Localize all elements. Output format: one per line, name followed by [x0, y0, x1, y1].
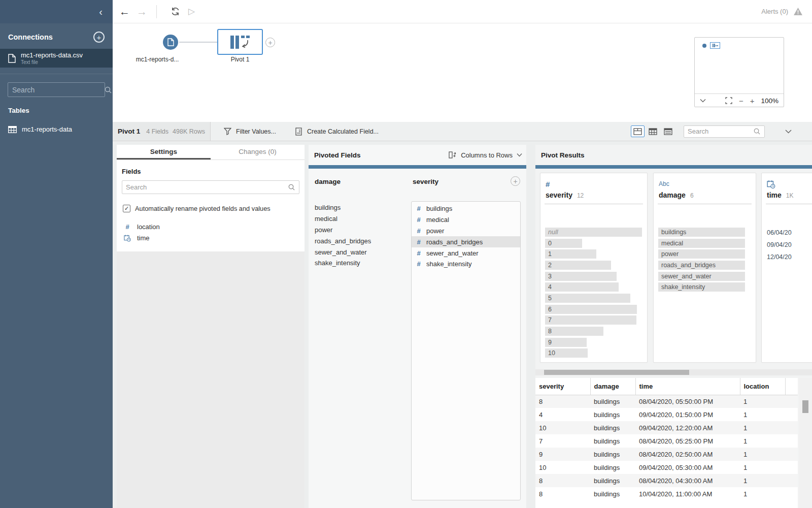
pivoted-severity-value[interactable]: #sewer_and_water: [412, 247, 520, 259]
column-header[interactable]: location: [740, 378, 785, 395]
redo-forward-icon[interactable]: →: [137, 6, 147, 17]
table-row[interactable]: 10buildings09/04/2020, 05:30:00 AM1: [535, 461, 798, 474]
table-row[interactable]: 7buildings08/04/2020, 05:25:00 PM1: [535, 434, 798, 448]
connection-item-selected[interactable]: mc1-reports-data.csv Text file: [0, 49, 113, 68]
pivoted-damage-value[interactable]: buildings: [315, 202, 406, 213]
pivoted-severity-value[interactable]: #medical: [412, 214, 520, 226]
distribution-row[interactable]: 6: [545, 304, 642, 315]
profile-view-button[interactable]: [631, 125, 645, 137]
results-search-box[interactable]: [684, 125, 765, 138]
card-value-count: 1K: [786, 192, 794, 199]
tab-settings[interactable]: Settings: [117, 145, 211, 160]
distribution-row[interactable]: medical: [658, 238, 751, 249]
sidebar-search-input[interactable]: [12, 86, 104, 94]
pivot-node-selected[interactable]: [217, 29, 263, 55]
distribution-row[interactable]: sewer_and_water: [658, 271, 751, 282]
table-row[interactable]: 10buildings09/04/2020, 12:20:00 AM1: [535, 421, 798, 434]
pivoted-damage-value[interactable]: sewer_and_water: [315, 246, 406, 258]
auto-rename-checkbox[interactable]: ✓: [123, 205, 130, 212]
fields-search-input[interactable]: [126, 183, 288, 191]
field-row-time[interactable]: time: [117, 232, 304, 243]
time-value[interactable]: 09/04/20: [767, 239, 812, 251]
table-row[interactable]: 4buildings09/04/2020, 01:50:00 PM1: [535, 408, 798, 421]
table-cell: buildings: [590, 487, 635, 500]
fit-to-screen-icon[interactable]: [725, 97, 732, 104]
chevron-down-icon[interactable]: [700, 99, 706, 103]
run-flow-icon[interactable]: ▷: [188, 6, 195, 17]
distribution-row[interactable]: 4: [545, 281, 642, 293]
distribution-row[interactable]: 8: [545, 326, 642, 337]
undo-back-icon[interactable]: ←: [119, 6, 130, 17]
sidebar-table-item[interactable]: mc1-reports-data: [8, 125, 105, 133]
add-connection-button[interactable]: +: [93, 31, 105, 43]
create-calculated-field-button[interactable]: Create Calculated Field...: [295, 128, 379, 136]
time-value[interactable]: 12/04/20: [767, 251, 812, 263]
table-row[interactable]: 9buildings08/04/2020, 02:50:00 AM1: [535, 448, 798, 461]
time-value[interactable]: 06/04/20: [767, 227, 812, 239]
flow-minimap[interactable]: − + 100%: [694, 37, 784, 107]
pivot-icon: [230, 35, 250, 49]
table-row[interactable]: 8buildings10/04/2020, 11:00:00 AM1: [535, 487, 798, 500]
zoom-in-button[interactable]: +: [750, 97, 755, 105]
pivot-mode-dropdown[interactable]: Columns to Rows: [449, 151, 522, 159]
input-node[interactable]: [163, 35, 178, 50]
results-search-input[interactable]: [688, 128, 753, 135]
table-cell: 1: [740, 395, 785, 408]
tab-changes[interactable]: Changes (0): [211, 145, 304, 160]
refresh-icon[interactable]: [171, 7, 180, 16]
horizontal-scrollbar[interactable]: [535, 369, 812, 375]
field-row-location[interactable]: # location: [117, 221, 304, 232]
pivoted-severity-value[interactable]: #power: [412, 226, 520, 237]
horizontal-scrollbar-thumb[interactable]: [544, 370, 689, 375]
pivoted-damage-value[interactable]: medical: [315, 213, 406, 225]
alerts-button[interactable]: Alerts (0): [761, 7, 803, 16]
distribution-row[interactable]: null: [545, 227, 642, 238]
pivoted-severity-value[interactable]: #roads_and_bridges: [412, 236, 520, 247]
distribution-row[interactable]: 0: [545, 238, 642, 249]
zoom-out-button[interactable]: −: [739, 97, 743, 105]
auto-rename-option[interactable]: ✓ Automatically rename pivoted fields an…: [123, 205, 299, 212]
pivoted-damage-value[interactable]: roads_and_bridges: [315, 235, 406, 246]
pivoted-severity-value[interactable]: #shake_intensity: [412, 259, 520, 270]
filter-values-button[interactable]: Filter Values...: [224, 128, 276, 135]
spacer-cell: [785, 448, 798, 461]
time-profile-card[interactable]: time 1K 06/04/2009/04/2012/04/20: [761, 173, 812, 363]
table-row[interactable]: 8buildings08/04/2020, 04:30:00 AM1: [535, 474, 798, 487]
distribution-row[interactable]: 1: [545, 248, 642, 260]
collapse-pane-chevron-icon[interactable]: [785, 129, 792, 134]
minimap-canvas[interactable]: [695, 38, 784, 93]
column-header[interactable]: time: [635, 378, 740, 395]
distribution-row[interactable]: 9: [545, 337, 642, 348]
file-icon: [8, 54, 16, 63]
fields-search-box[interactable]: [122, 180, 299, 194]
vertical-scrollbar[interactable]: [799, 378, 812, 508]
distribution-row[interactable]: 5: [545, 293, 642, 304]
distribution-row[interactable]: 2: [545, 260, 642, 271]
column-header[interactable]: damage: [590, 378, 635, 395]
collapse-sidebar-icon[interactable]: ‹: [99, 7, 103, 17]
pivoted-damage-value[interactable]: power: [315, 225, 406, 236]
column-header[interactable]: severity: [535, 378, 590, 395]
distribution-row[interactable]: shake_intensity: [658, 281, 751, 293]
grid-view-button[interactable]: [646, 125, 660, 137]
table-row[interactable]: 8buildings08/04/2020, 05:50:00 PM1: [535, 395, 798, 408]
distribution-row[interactable]: roads_and_bridges: [658, 260, 751, 271]
distribution-row[interactable]: 10: [545, 348, 642, 359]
distribution-row[interactable]: 3: [545, 271, 642, 282]
distribution-bar: 8: [545, 327, 603, 336]
number-type-icon: #: [415, 260, 422, 268]
pivoted-damage-value[interactable]: shake_intensity: [315, 258, 406, 269]
add-pivot-column-button[interactable]: +: [511, 176, 520, 186]
distribution-row[interactable]: buildings: [658, 227, 751, 238]
pivoted-severity-value[interactable]: #buildings: [412, 203, 520, 214]
distribution-row[interactable]: power: [658, 248, 751, 260]
distribution-row[interactable]: 7: [545, 315, 642, 326]
vertical-scrollbar-thumb[interactable]: [802, 400, 808, 413]
add-step-button[interactable]: +: [265, 38, 275, 47]
sidebar-search-box[interactable]: [8, 82, 105, 97]
severity-profile-card[interactable]: # severity 12 null012345678910: [540, 173, 648, 363]
severity-values-list: #buildings#medical#power#roads_and_bridg…: [411, 201, 521, 500]
list-view-button[interactable]: [661, 125, 675, 137]
damage-profile-card[interactable]: Abc damage 6 buildingsmedicalpowerroads_…: [653, 173, 756, 363]
number-type-icon: #: [415, 216, 422, 224]
